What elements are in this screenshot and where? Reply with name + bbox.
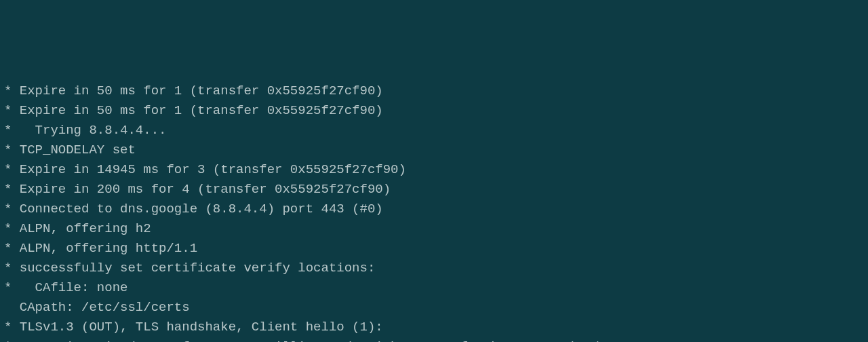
- terminal-line: * Expire in 200 ms for 4 (transfer 0x559…: [4, 180, 864, 200]
- terminal-line: * Trying 8.8.4.4...: [4, 121, 864, 140]
- terminal-line: * TLSv1.3 (OUT), TLS handshake, Client h…: [4, 318, 864, 337]
- terminal-output[interactable]: * Expire in 50 ms for 1 (transfer 0x5592…: [4, 81, 864, 342]
- terminal-line: * Expire in 50 ms for 1 (transfer 0x5592…: [4, 101, 864, 121]
- terminal-line: * Expire in 14945 ms for 3 (transfer 0x5…: [4, 160, 864, 180]
- terminal-line: * ALPN, offering h2: [4, 219, 864, 239]
- terminal-line: * TCP_NODELAY set: [4, 140, 864, 160]
- terminal-line: * Expire in 50 ms for 1 (transfer 0x5592…: [4, 81, 864, 101]
- terminal-line: * Connected to dns.google (8.8.4.4) port…: [4, 200, 864, 219]
- terminal-line: * ALPN, offering http/1.1: [4, 239, 864, 259]
- terminal-line: * CAfile: none: [4, 278, 864, 298]
- terminal-line: * Operation timed out after 30002 millis…: [4, 337, 864, 342]
- terminal-line: * successfully set certificate verify lo…: [4, 259, 864, 278]
- terminal-line: CApath: /etc/ssl/certs: [4, 298, 864, 318]
